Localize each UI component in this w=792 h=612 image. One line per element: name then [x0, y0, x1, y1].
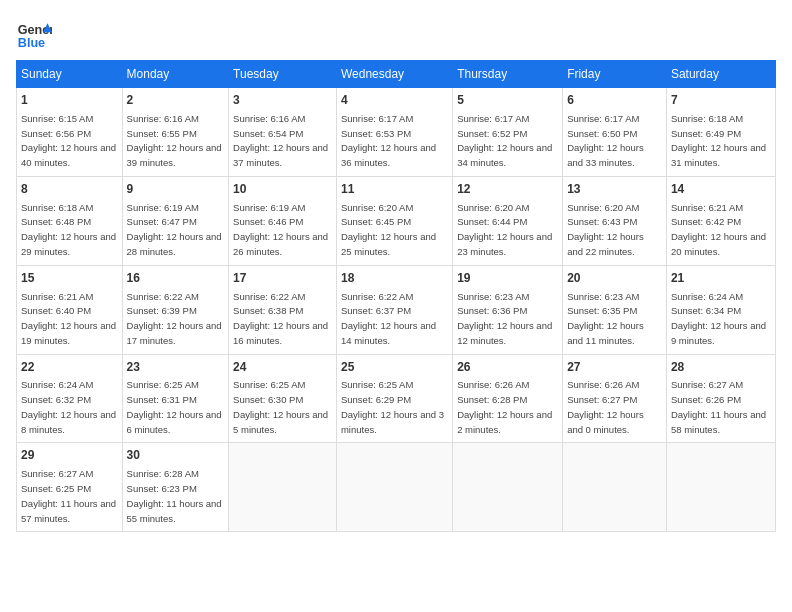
day-number: 24	[233, 359, 332, 376]
week-row-3: 15Sunrise: 6:21 AMSunset: 6:40 PMDayligh…	[17, 265, 776, 354]
week-row-2: 8Sunrise: 6:18 AMSunset: 6:48 PMDaylight…	[17, 176, 776, 265]
page-header: General Blue	[16, 16, 776, 52]
calendar-cell: 8Sunrise: 6:18 AMSunset: 6:48 PMDaylight…	[17, 176, 123, 265]
day-number: 13	[567, 181, 662, 198]
day-info: Sunrise: 6:27 AMSunset: 6:26 PMDaylight:…	[671, 379, 766, 434]
day-info: Sunrise: 6:16 AMSunset: 6:54 PMDaylight:…	[233, 113, 328, 168]
calendar-cell: 4Sunrise: 6:17 AMSunset: 6:53 PMDaylight…	[336, 88, 452, 177]
column-header-sunday: Sunday	[17, 61, 123, 88]
day-number: 27	[567, 359, 662, 376]
week-row-5: 29Sunrise: 6:27 AMSunset: 6:25 PMDayligh…	[17, 443, 776, 532]
calendar-cell: 9Sunrise: 6:19 AMSunset: 6:47 PMDaylight…	[122, 176, 229, 265]
day-info: Sunrise: 6:25 AMSunset: 6:31 PMDaylight:…	[127, 379, 222, 434]
day-number: 10	[233, 181, 332, 198]
day-info: Sunrise: 6:20 AMSunset: 6:44 PMDaylight:…	[457, 202, 552, 257]
calendar-cell	[563, 443, 667, 532]
calendar-cell: 6Sunrise: 6:17 AMSunset: 6:50 PMDaylight…	[563, 88, 667, 177]
day-number: 22	[21, 359, 118, 376]
calendar-cell: 19Sunrise: 6:23 AMSunset: 6:36 PMDayligh…	[453, 265, 563, 354]
calendar-cell: 28Sunrise: 6:27 AMSunset: 6:26 PMDayligh…	[666, 354, 775, 443]
day-info: Sunrise: 6:22 AMSunset: 6:37 PMDaylight:…	[341, 291, 436, 346]
logo: General Blue	[16, 16, 52, 52]
day-info: Sunrise: 6:17 AMSunset: 6:52 PMDaylight:…	[457, 113, 552, 168]
day-info: Sunrise: 6:27 AMSunset: 6:25 PMDaylight:…	[21, 468, 116, 523]
day-info: Sunrise: 6:15 AMSunset: 6:56 PMDaylight:…	[21, 113, 116, 168]
column-header-friday: Friday	[563, 61, 667, 88]
calendar-cell: 11Sunrise: 6:20 AMSunset: 6:45 PMDayligh…	[336, 176, 452, 265]
day-number: 9	[127, 181, 225, 198]
logo-icon: General Blue	[16, 16, 52, 52]
header-row: SundayMondayTuesdayWednesdayThursdayFrid…	[17, 61, 776, 88]
day-info: Sunrise: 6:23 AMSunset: 6:36 PMDaylight:…	[457, 291, 552, 346]
day-info: Sunrise: 6:21 AMSunset: 6:42 PMDaylight:…	[671, 202, 766, 257]
column-header-monday: Monday	[122, 61, 229, 88]
day-number: 15	[21, 270, 118, 287]
day-number: 21	[671, 270, 771, 287]
day-number: 4	[341, 92, 448, 109]
calendar-cell: 10Sunrise: 6:19 AMSunset: 6:46 PMDayligh…	[229, 176, 337, 265]
day-info: Sunrise: 6:21 AMSunset: 6:40 PMDaylight:…	[21, 291, 116, 346]
day-info: Sunrise: 6:23 AMSunset: 6:35 PMDaylight:…	[567, 291, 644, 346]
day-info: Sunrise: 6:22 AMSunset: 6:38 PMDaylight:…	[233, 291, 328, 346]
calendar-cell: 13Sunrise: 6:20 AMSunset: 6:43 PMDayligh…	[563, 176, 667, 265]
day-info: Sunrise: 6:28 AMSunset: 6:23 PMDaylight:…	[127, 468, 222, 523]
day-info: Sunrise: 6:19 AMSunset: 6:47 PMDaylight:…	[127, 202, 222, 257]
calendar-cell: 17Sunrise: 6:22 AMSunset: 6:38 PMDayligh…	[229, 265, 337, 354]
day-number: 5	[457, 92, 558, 109]
day-info: Sunrise: 6:20 AMSunset: 6:45 PMDaylight:…	[341, 202, 436, 257]
calendar-cell: 25Sunrise: 6:25 AMSunset: 6:29 PMDayligh…	[336, 354, 452, 443]
column-header-saturday: Saturday	[666, 61, 775, 88]
column-header-tuesday: Tuesday	[229, 61, 337, 88]
week-row-1: 1Sunrise: 6:15 AMSunset: 6:56 PMDaylight…	[17, 88, 776, 177]
day-number: 30	[127, 447, 225, 464]
calendar-cell: 29Sunrise: 6:27 AMSunset: 6:25 PMDayligh…	[17, 443, 123, 532]
column-header-wednesday: Wednesday	[336, 61, 452, 88]
day-number: 8	[21, 181, 118, 198]
calendar-cell: 18Sunrise: 6:22 AMSunset: 6:37 PMDayligh…	[336, 265, 452, 354]
calendar-cell: 20Sunrise: 6:23 AMSunset: 6:35 PMDayligh…	[563, 265, 667, 354]
day-number: 16	[127, 270, 225, 287]
calendar-cell: 14Sunrise: 6:21 AMSunset: 6:42 PMDayligh…	[666, 176, 775, 265]
day-info: Sunrise: 6:16 AMSunset: 6:55 PMDaylight:…	[127, 113, 222, 168]
day-number: 28	[671, 359, 771, 376]
calendar-cell: 3Sunrise: 6:16 AMSunset: 6:54 PMDaylight…	[229, 88, 337, 177]
calendar-cell: 12Sunrise: 6:20 AMSunset: 6:44 PMDayligh…	[453, 176, 563, 265]
calendar-cell: 1Sunrise: 6:15 AMSunset: 6:56 PMDaylight…	[17, 88, 123, 177]
week-row-4: 22Sunrise: 6:24 AMSunset: 6:32 PMDayligh…	[17, 354, 776, 443]
calendar-cell: 22Sunrise: 6:24 AMSunset: 6:32 PMDayligh…	[17, 354, 123, 443]
calendar-cell: 23Sunrise: 6:25 AMSunset: 6:31 PMDayligh…	[122, 354, 229, 443]
day-number: 19	[457, 270, 558, 287]
day-info: Sunrise: 6:18 AMSunset: 6:48 PMDaylight:…	[21, 202, 116, 257]
day-info: Sunrise: 6:24 AMSunset: 6:34 PMDaylight:…	[671, 291, 766, 346]
calendar-cell: 27Sunrise: 6:26 AMSunset: 6:27 PMDayligh…	[563, 354, 667, 443]
calendar-cell: 16Sunrise: 6:22 AMSunset: 6:39 PMDayligh…	[122, 265, 229, 354]
day-number: 1	[21, 92, 118, 109]
calendar-cell: 30Sunrise: 6:28 AMSunset: 6:23 PMDayligh…	[122, 443, 229, 532]
calendar-cell	[336, 443, 452, 532]
day-number: 25	[341, 359, 448, 376]
calendar-cell: 21Sunrise: 6:24 AMSunset: 6:34 PMDayligh…	[666, 265, 775, 354]
column-header-thursday: Thursday	[453, 61, 563, 88]
day-info: Sunrise: 6:18 AMSunset: 6:49 PMDaylight:…	[671, 113, 766, 168]
day-number: 26	[457, 359, 558, 376]
day-info: Sunrise: 6:22 AMSunset: 6:39 PMDaylight:…	[127, 291, 222, 346]
day-info: Sunrise: 6:24 AMSunset: 6:32 PMDaylight:…	[21, 379, 116, 434]
calendar-cell: 2Sunrise: 6:16 AMSunset: 6:55 PMDaylight…	[122, 88, 229, 177]
calendar-cell: 26Sunrise: 6:26 AMSunset: 6:28 PMDayligh…	[453, 354, 563, 443]
day-number: 7	[671, 92, 771, 109]
day-number: 12	[457, 181, 558, 198]
day-number: 6	[567, 92, 662, 109]
calendar-cell: 5Sunrise: 6:17 AMSunset: 6:52 PMDaylight…	[453, 88, 563, 177]
day-number: 14	[671, 181, 771, 198]
day-number: 11	[341, 181, 448, 198]
day-number: 23	[127, 359, 225, 376]
day-number: 20	[567, 270, 662, 287]
day-info: Sunrise: 6:20 AMSunset: 6:43 PMDaylight:…	[567, 202, 644, 257]
day-info: Sunrise: 6:19 AMSunset: 6:46 PMDaylight:…	[233, 202, 328, 257]
day-info: Sunrise: 6:26 AMSunset: 6:28 PMDaylight:…	[457, 379, 552, 434]
day-number: 2	[127, 92, 225, 109]
day-number: 3	[233, 92, 332, 109]
day-info: Sunrise: 6:25 AMSunset: 6:30 PMDaylight:…	[233, 379, 328, 434]
day-info: Sunrise: 6:17 AMSunset: 6:53 PMDaylight:…	[341, 113, 436, 168]
svg-text:Blue: Blue	[18, 36, 45, 50]
